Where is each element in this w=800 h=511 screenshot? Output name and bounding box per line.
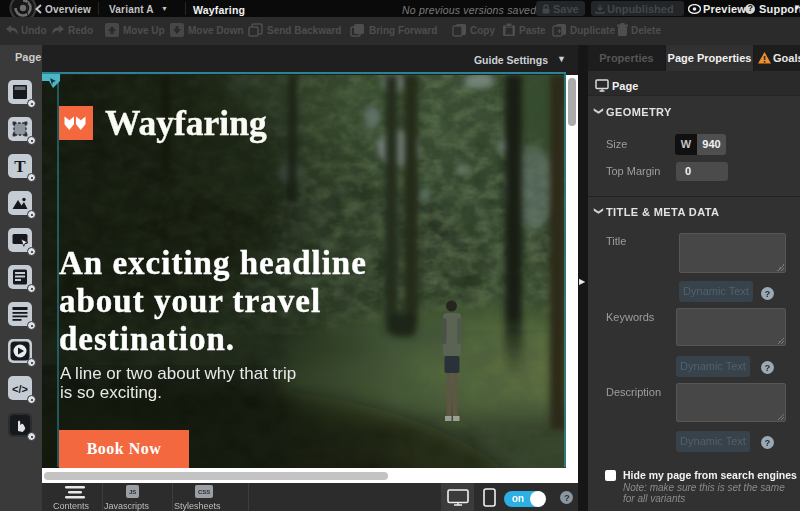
svg-text:</>: </> [12, 383, 28, 395]
svg-text:T: T [14, 157, 26, 176]
